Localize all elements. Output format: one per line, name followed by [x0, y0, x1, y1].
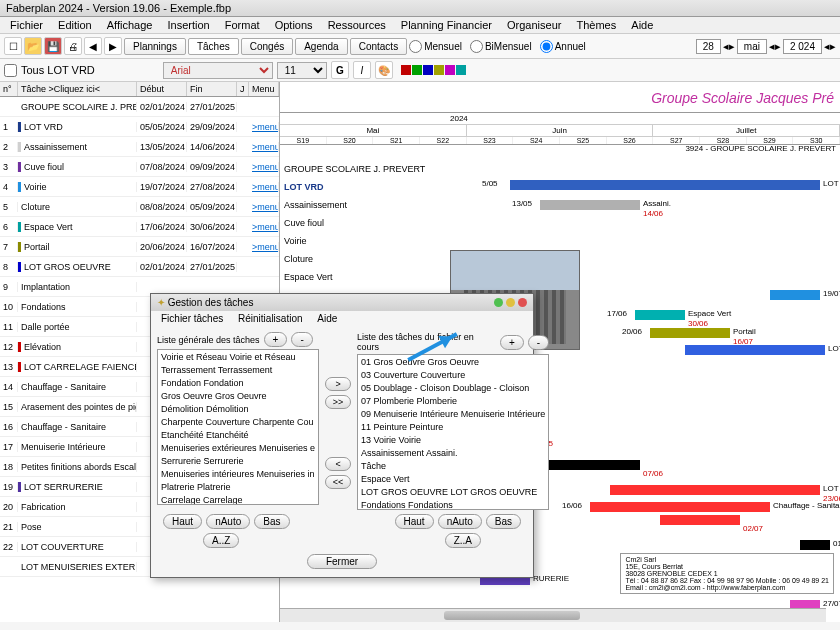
col-task[interactable]: Tâche >Cliquez ici<: [18, 82, 137, 96]
task-row[interactable]: GROUPE SCOLAIRE J. PREVERT02/01/202427/0…: [0, 97, 279, 117]
gantt-bar[interactable]: [685, 345, 825, 355]
radio-mensuel[interactable]: Mensuel: [409, 40, 462, 53]
task-row[interactable]: 4Voirie19/07/202427/08/2024>menu<: [0, 177, 279, 197]
menu-affichage[interactable]: Affichage: [101, 17, 159, 33]
gantt-bar[interactable]: [590, 502, 770, 512]
gantt-bar[interactable]: [650, 328, 730, 338]
gantt-bar[interactable]: [770, 290, 820, 300]
size-select[interactable]: 11: [277, 62, 327, 79]
list-item[interactable]: Menuiseries extérieures Menuiseries e: [159, 442, 317, 455]
left-plus-button[interactable]: +: [264, 332, 288, 347]
az-button[interactable]: A..Z: [203, 533, 239, 548]
menu-fichier[interactable]: Fichier: [4, 17, 49, 33]
list-item[interactable]: 05 Doublage - Cloison Doublage - Cloison: [359, 382, 547, 395]
list-item[interactable]: 01 Gros Oeuvre Gros Oeuvre: [359, 356, 547, 369]
horizontal-scrollbar[interactable]: [280, 608, 826, 622]
right-minus-button[interactable]: -: [528, 335, 549, 350]
left-bas-button[interactable]: Bas: [254, 514, 289, 529]
left-haut-button[interactable]: Haut: [163, 514, 202, 529]
task-row[interactable]: 2Assainissement13/05/202414/06/2024>menu…: [0, 137, 279, 157]
italic-icon[interactable]: I: [353, 61, 371, 79]
task-row[interactable]: 6Espace Vert17/06/202430/06/2024>menu<: [0, 217, 279, 237]
menu-themes[interactable]: Thèmes: [570, 17, 622, 33]
list-item[interactable]: Platrerie Platrerie: [159, 481, 317, 494]
tab-plannings[interactable]: Plannings: [124, 38, 186, 55]
gantt-bar[interactable]: [800, 540, 830, 550]
tab-contacts[interactable]: Contacts: [350, 38, 407, 55]
date-month[interactable]: mai: [737, 39, 767, 54]
list-item[interactable]: Fondation Fondation: [159, 377, 317, 390]
font-select[interactable]: Arial: [163, 62, 273, 79]
list-item[interactable]: 13 Voirie Voirie: [359, 434, 547, 447]
task-row[interactable]: 3Cuve fioul07/08/202409/09/2024>menu<: [0, 157, 279, 177]
save-icon[interactable]: 💾: [44, 37, 62, 55]
gantt-bar[interactable]: [540, 200, 640, 210]
task-row[interactable]: 1LOT VRD05/05/202429/09/2024>menu<: [0, 117, 279, 137]
list-item[interactable]: Démolition Démolition: [159, 403, 317, 416]
right-plus-button[interactable]: +: [500, 335, 524, 350]
list-item[interactable]: Fondations Fondations: [359, 499, 547, 510]
maximize-icon[interactable]: [506, 298, 515, 307]
gantt-bar[interactable]: [510, 180, 820, 190]
move-all-right-button[interactable]: >>: [325, 395, 351, 409]
right-nauto-button[interactable]: nAuto: [438, 514, 482, 529]
menu-ressources[interactable]: Ressources: [322, 17, 392, 33]
menu-organiseur[interactable]: Organiseur: [501, 17, 567, 33]
list-item[interactable]: Menuiseries intérieures Menuiseries in: [159, 468, 317, 481]
left-list[interactable]: Voirie et Réseau Voirie et RéseauTerrass…: [157, 349, 319, 505]
list-item[interactable]: Carrelage Carrelage: [159, 494, 317, 505]
list-item[interactable]: LOT GROS OEUVRE LOT GROS OEUVRE: [359, 486, 547, 499]
move-right-button[interactable]: >: [325, 377, 351, 391]
list-item[interactable]: Gros Oeuvre Gros Oeuvre: [159, 390, 317, 403]
all-checkbox[interactable]: [4, 64, 17, 77]
list-item[interactable]: Espace Vert: [359, 473, 547, 486]
menu-options[interactable]: Options: [269, 17, 319, 33]
task-row[interactable]: 5Cloture08/08/202405/09/2024>menu<: [0, 197, 279, 217]
list-item[interactable]: 11 Peinture Peinture: [359, 421, 547, 434]
gantt-bar[interactable]: [660, 515, 740, 525]
right-bas-button[interactable]: Bas: [486, 514, 521, 529]
gantt-bar[interactable]: [610, 485, 820, 495]
move-all-left-button[interactable]: <<: [325, 475, 351, 489]
tab-agenda[interactable]: Agenda: [295, 38, 347, 55]
gantt-bar[interactable]: [635, 310, 685, 320]
menu-edition[interactable]: Edition: [52, 17, 98, 33]
minimize-icon[interactable]: [494, 298, 503, 307]
left-minus-button[interactable]: -: [291, 332, 312, 347]
menu-format[interactable]: Format: [219, 17, 266, 33]
dialog-menu-fichier[interactable]: Fichier tâches: [155, 311, 229, 326]
menu-insertion[interactable]: Insertion: [162, 17, 216, 33]
fermer-button[interactable]: Fermer: [307, 554, 377, 569]
list-item[interactable]: 03 Couverture Couverture: [359, 369, 547, 382]
print-icon[interactable]: 🖨: [64, 37, 82, 55]
radio-annuel[interactable]: Annuel: [540, 40, 586, 53]
right-list[interactable]: 01 Gros Oeuvre Gros Oeuvre03 Couverture …: [357, 354, 549, 510]
back-icon[interactable]: ◀: [84, 37, 102, 55]
menu-aide[interactable]: Aide: [625, 17, 659, 33]
fwd-icon[interactable]: ▶: [104, 37, 122, 55]
list-item[interactable]: 09 Menuiserie Intérieure Menuiserie Inté…: [359, 408, 547, 421]
list-item[interactable]: Terrassement Terrassement: [159, 364, 317, 377]
radio-bimensuel[interactable]: BiMensuel: [470, 40, 532, 53]
menu-planning[interactable]: Planning Financier: [395, 17, 498, 33]
tab-taches[interactable]: Tâches: [188, 38, 239, 55]
list-item[interactable]: Serrurerie Serrurerie: [159, 455, 317, 468]
left-nauto-button[interactable]: nAuto: [206, 514, 250, 529]
date-day[interactable]: 28: [696, 39, 721, 54]
task-row[interactable]: 8LOT GROS OEUVRE02/01/202427/01/2025: [0, 257, 279, 277]
list-item[interactable]: 07 Plomberie Plomberie: [359, 395, 547, 408]
open-icon[interactable]: 📂: [24, 37, 42, 55]
list-item[interactable]: Etanchéité Etanchéité: [159, 429, 317, 442]
close-icon[interactable]: [518, 298, 527, 307]
list-item[interactable]: Tâche: [359, 460, 547, 473]
bold-icon[interactable]: G: [331, 61, 349, 79]
right-haut-button[interactable]: Haut: [395, 514, 434, 529]
task-row[interactable]: 7Portail20/06/202416/07/2024>menu<: [0, 237, 279, 257]
color-icon[interactable]: 🎨: [375, 61, 393, 79]
za-button[interactable]: Z..A: [445, 533, 481, 548]
move-left-button[interactable]: <: [325, 457, 351, 471]
dialog-menu-reinit[interactable]: Réinitialisation: [232, 311, 308, 326]
date-year[interactable]: 2 024: [783, 39, 822, 54]
new-icon[interactable]: ☐: [4, 37, 22, 55]
tab-conges[interactable]: Congés: [241, 38, 293, 55]
